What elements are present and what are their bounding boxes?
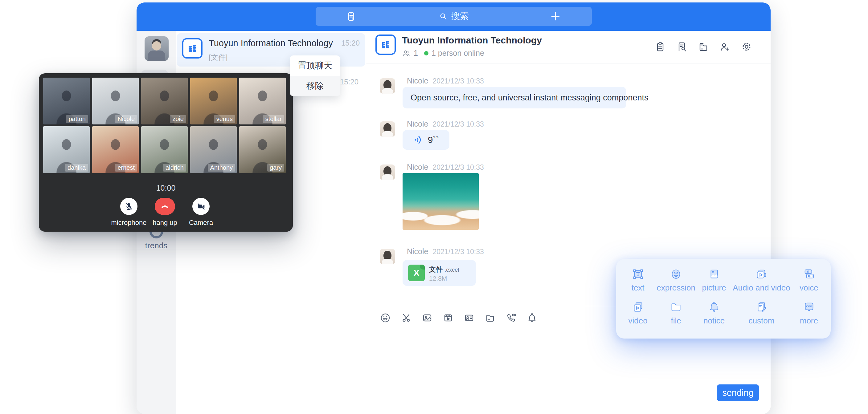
hang-up-button[interactable] bbox=[155, 198, 175, 215]
file-size: 12.8M bbox=[429, 275, 447, 282]
participant-name: gary bbox=[267, 164, 284, 171]
online-dot bbox=[424, 51, 429, 56]
participant-grid: patton Nicole zoie venus stellar danika … bbox=[43, 77, 288, 173]
feature-label: picture bbox=[702, 283, 726, 293]
participant-name: Anthony bbox=[208, 164, 235, 171]
sender-name: Nicole bbox=[407, 120, 428, 128]
participant-name: aldrich bbox=[163, 164, 186, 171]
participant-tile[interactable]: gary bbox=[239, 126, 286, 173]
header-actions bbox=[655, 41, 752, 52]
feature-item-video[interactable]: video bbox=[619, 300, 656, 333]
notice-bell-icon bbox=[707, 300, 721, 314]
feature-item-custom[interactable]: custom bbox=[733, 300, 790, 333]
custom-icon bbox=[754, 300, 769, 314]
feature-item-text[interactable]: text bbox=[619, 267, 656, 300]
send-button[interactable]: sending bbox=[717, 384, 759, 401]
settings-icon[interactable] bbox=[741, 41, 752, 52]
building-icon bbox=[186, 42, 198, 55]
participant-name: ernest bbox=[115, 164, 137, 171]
voice-message-bubble[interactable]: 9`` bbox=[403, 130, 450, 150]
expression-icon bbox=[669, 267, 683, 281]
contact-card-icon[interactable] bbox=[464, 312, 475, 323]
feature-label: video bbox=[628, 316, 648, 326]
participant-tile[interactable]: ernest bbox=[92, 126, 139, 173]
participant-tile[interactable]: Anthony bbox=[190, 126, 237, 173]
feature-label: more bbox=[800, 316, 818, 326]
file-name: 文件 .excel bbox=[429, 265, 459, 274]
chat-record-search-icon[interactable] bbox=[676, 41, 687, 52]
emoji-icon[interactable] bbox=[380, 312, 391, 323]
menu-item-pin-chat[interactable]: 置顶聊天 bbox=[290, 56, 340, 76]
feature-label: notice bbox=[704, 316, 725, 326]
participant-name: patton bbox=[66, 115, 88, 123]
screenshot-scissors-icon[interactable] bbox=[401, 312, 412, 323]
search-icon bbox=[439, 12, 448, 21]
composer-toolbar bbox=[380, 312, 537, 323]
file-folder-icon bbox=[669, 300, 683, 314]
feature-item-audio-video[interactable]: Audio and video bbox=[733, 267, 790, 300]
feature-item-more[interactable]: more bbox=[790, 300, 828, 333]
participant-tile[interactable]: danika bbox=[43, 126, 90, 173]
feature-item-picture[interactable]: picture bbox=[695, 267, 733, 300]
add-member-icon[interactable] bbox=[719, 41, 731, 52]
search-bar[interactable]: 搜索 bbox=[316, 7, 592, 26]
file-badge: X bbox=[413, 268, 420, 278]
participant-tile[interactable]: stellar bbox=[239, 77, 286, 124]
folder-icon[interactable] bbox=[485, 312, 496, 323]
feature-label: text bbox=[631, 283, 645, 293]
voice-duration: 9`` bbox=[428, 135, 439, 145]
participant-name: zoie bbox=[170, 115, 186, 123]
sender-name: Nicole bbox=[407, 76, 428, 85]
video-icon bbox=[631, 300, 645, 314]
participant-tile[interactable]: aldrich bbox=[141, 126, 188, 173]
group-avatar bbox=[375, 34, 396, 55]
notification-bell-icon[interactable] bbox=[526, 312, 537, 323]
camera-toggle-button[interactable] bbox=[192, 198, 210, 215]
message-meta: Nicole2021/12/3 10:33 bbox=[407, 76, 484, 85]
chat-header: Tuoyun Information Technology 1 1 person… bbox=[366, 31, 771, 63]
file-icon[interactable] bbox=[698, 41, 709, 52]
feature-item-notice[interactable]: notice bbox=[695, 300, 733, 333]
participant-tile[interactable]: patton bbox=[43, 77, 90, 124]
participant-name: venus bbox=[214, 115, 235, 123]
video-icon[interactable] bbox=[443, 312, 454, 323]
sender-avatar[interactable] bbox=[380, 78, 395, 94]
hang-up-icon bbox=[160, 201, 170, 212]
conversation-title: Tuoyun Information Technology bbox=[209, 38, 333, 49]
participant-tile[interactable]: venus bbox=[190, 77, 237, 124]
voice-wave-icon bbox=[413, 135, 424, 145]
microphone-toggle-button[interactable] bbox=[120, 198, 137, 215]
sender-avatar[interactable] bbox=[380, 249, 395, 264]
add-icon[interactable] bbox=[550, 11, 561, 22]
feature-panel: text expression picture Audio and video bbox=[616, 259, 831, 339]
online-status: 1 person online bbox=[432, 49, 484, 58]
members-icon bbox=[402, 49, 410, 58]
file-message-bubble[interactable]: X 文件 .excel 12.8M bbox=[403, 260, 476, 286]
group-avatar bbox=[182, 38, 203, 59]
participant-tile[interactable]: Nicole bbox=[92, 77, 139, 124]
conversation-item-2-time[interactable]: 15:20 bbox=[340, 77, 359, 86]
image-message[interactable] bbox=[403, 173, 479, 230]
participant-name: danika bbox=[65, 164, 88, 171]
member-count: 1 bbox=[414, 49, 418, 58]
video-call-icon[interactable] bbox=[505, 312, 517, 323]
hang-up-label: hang up bbox=[145, 219, 185, 227]
camera-label: Camera bbox=[183, 219, 219, 227]
message-meta: Nicole2021/12/3 10:33 bbox=[407, 163, 484, 171]
text-message-bubble[interactable]: Open source, free, and universal instant… bbox=[403, 87, 626, 108]
feature-item-file[interactable]: file bbox=[656, 300, 695, 333]
my-avatar[interactable] bbox=[145, 36, 168, 61]
feature-item-expression[interactable]: expression bbox=[656, 267, 695, 300]
sender-name: Nicole bbox=[407, 163, 428, 171]
chat-title: Tuoyun Information Technology bbox=[402, 35, 542, 45]
message-timestamp: 2021/12/3 10:33 bbox=[432, 120, 484, 128]
message-timestamp: 2021/12/3 10:33 bbox=[432, 163, 484, 171]
picture-icon[interactable] bbox=[422, 312, 433, 323]
sender-avatar[interactable] bbox=[380, 164, 395, 180]
feature-item-voice[interactable]: voice bbox=[790, 267, 828, 300]
sender-avatar[interactable] bbox=[380, 121, 395, 137]
voice-icon bbox=[802, 267, 816, 281]
menu-item-remove[interactable]: 移除 bbox=[290, 76, 340, 96]
announcement-icon[interactable] bbox=[655, 41, 666, 52]
participant-tile[interactable]: zoie bbox=[141, 77, 188, 124]
